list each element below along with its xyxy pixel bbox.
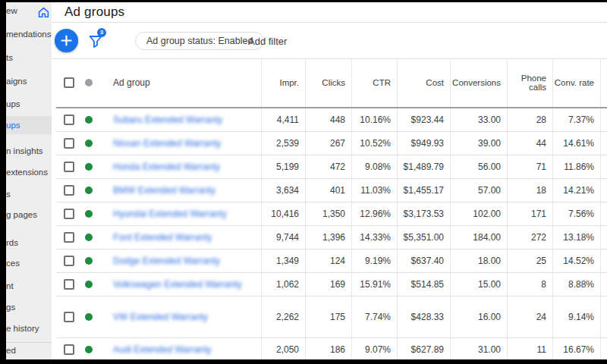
sidebar-item[interactable]: n insights — [6, 145, 43, 157]
status-enabled-icon — [85, 346, 93, 353]
column-header-clicks[interactable]: Clicks — [305, 78, 351, 87]
ad-group-name-link[interactable]: Audi Extended Warranty — [113, 344, 212, 355]
ad-group-name-link[interactable]: Dodge Extended Warranty — [113, 256, 220, 266]
cell-ctr: 14.33% — [351, 232, 397, 243]
cell-conv-rate: 11.86% — [552, 162, 600, 172]
sidebar-item[interactable]: ces — [6, 257, 20, 269]
row-checkbox[interactable] — [64, 256, 74, 266]
cell-ctr: 10.52% — [351, 138, 397, 149]
ad-group-name-link[interactable]: VW Extended Warranty — [113, 312, 208, 322]
cell-clicks: 175 — [305, 312, 351, 322]
filter-count-badge: 3 — [97, 28, 106, 37]
cell-ctr: 12.96% — [351, 209, 397, 219]
sidebar-item[interactable]: aigns — [6, 75, 27, 87]
table-row[interactable]: Audi Extended Warranty2,0501869.07%$627.… — [56, 338, 607, 359]
cell-cost: $637.40 — [397, 256, 450, 266]
column-header-ctr[interactable]: CTR — [351, 78, 397, 87]
sidebar-item[interactable]: ups — [6, 119, 20, 131]
row-checkbox[interactable] — [64, 138, 74, 149]
column-header-conversions[interactable]: Conversions — [450, 78, 507, 87]
cell-phone-calls: 11 — [507, 344, 552, 355]
cell-ctr: 9.19% — [351, 256, 397, 266]
column-header-ad-group[interactable]: Ad group — [113, 77, 150, 88]
column-header-phone-calls[interactable]: Phone calls — [507, 74, 552, 92]
sidebar-item[interactable]: ew — [6, 5, 17, 17]
status-enabled-icon — [85, 257, 93, 265]
home-icon[interactable] — [38, 7, 49, 21]
row-checkbox[interactable] — [64, 232, 74, 243]
sidebar-item[interactable]: ts — [6, 52, 13, 64]
cell-clicks: 448 — [305, 115, 351, 125]
row-checkbox[interactable] — [64, 312, 74, 322]
app-window: ewmendationstsaignsupsupsn insightsexten… — [6, 2, 607, 359]
cell-conversions: 31.00 — [450, 344, 507, 355]
row-checkbox[interactable] — [64, 209, 74, 219]
ad-group-name-link[interactable]: Volkswagen Extended Warranty — [113, 279, 242, 290]
cell-conversions: 56.00 — [450, 162, 507, 172]
column-header-impr[interactable]: Impr. — [261, 78, 305, 87]
sidebar-item[interactable]: e history — [6, 322, 39, 334]
ad-group-name-link[interactable]: BMW Extended Warranty — [113, 185, 215, 196]
cell-impr: 3,634 — [261, 185, 305, 196]
row-checkbox[interactable] — [64, 344, 74, 355]
cell-conversions: 57.00 — [450, 185, 507, 196]
sidebar-item[interactable]: s — [6, 188, 11, 200]
add-filter-button[interactable]: Add filter — [248, 36, 287, 47]
cell-conv-rate: 9.14% — [552, 312, 600, 322]
status-column-icon — [85, 79, 93, 86]
cell-clicks: 124 — [305, 256, 351, 266]
title-divider — [52, 22, 607, 23]
cell-phone-calls: 18 — [507, 185, 552, 196]
cell-impr: 4,411 — [261, 115, 305, 125]
table-row[interactable]: Ford Extended Warranty9,7441,39614.33%$5… — [56, 226, 607, 249]
row-checkbox[interactable] — [64, 162, 74, 172]
table-row[interactable]: Nissan Extended Warranty2,53926710.52%$9… — [56, 132, 607, 155]
cell-impr: 5,199 — [261, 162, 305, 172]
column-header-conv-rate[interactable]: Conv. rate — [552, 78, 600, 87]
sidebar-item[interactable]: ed — [6, 344, 16, 356]
cell-conversions: 16.00 — [450, 312, 507, 322]
sidebar-item[interactable]: g pages — [6, 209, 37, 221]
cell-conv-rate: 13.18% — [552, 232, 600, 243]
status-enabled-icon — [85, 210, 93, 218]
sidebar-item[interactable]: mendations — [6, 28, 51, 40]
cell-phone-calls: 28 — [507, 115, 552, 125]
cell-conv-rate: 8.88% — [552, 279, 600, 290]
ad-group-name-link[interactable]: Subaru Extended Warranty — [113, 115, 222, 125]
sidebar-item[interactable]: rds — [6, 237, 18, 249]
cell-impr: 1,062 — [261, 279, 305, 290]
cell-impr: 9,744 — [261, 232, 305, 243]
table-row[interactable]: Volkswagen Extended Warranty1,06216915.9… — [56, 273, 607, 297]
table-row[interactable]: BMW Extended Warranty3,63440111.03%$1,45… — [56, 179, 607, 202]
cell-phone-calls: 24 — [507, 312, 552, 322]
row-checkbox[interactable] — [64, 115, 74, 125]
cell-impr: 2,050 — [261, 344, 305, 355]
table-row[interactable]: VW Extended Warranty2,2621757.74%$428.33… — [56, 297, 607, 338]
plus-icon — [61, 35, 72, 46]
sidebar-item[interactable]: extensions — [6, 166, 48, 178]
filter-button[interactable]: 3 — [88, 33, 108, 53]
cell-cost: $514.85 — [397, 279, 450, 290]
select-all-checkbox[interactable] — [64, 77, 74, 88]
add-ad-group-button[interactable] — [55, 29, 78, 52]
table-row[interactable]: Hyundai Extended Warranty10,4161,35012.9… — [56, 202, 607, 226]
ad-group-name-link[interactable]: Hyundai Extended Warranty — [113, 209, 227, 219]
sidebar-item[interactable]: ups — [6, 98, 20, 110]
sidebar-item[interactable]: nt — [6, 280, 14, 292]
table-row[interactable]: Dodge Extended Warranty1,3491249.19%$637… — [56, 249, 607, 273]
filter-chip-ad-group-status[interactable]: Ad group status: Enabled — [135, 32, 264, 50]
column-header-cost[interactable]: Cost — [397, 78, 450, 87]
row-checkbox[interactable] — [64, 279, 74, 290]
cell-impr: 1,349 — [261, 256, 305, 266]
table-row[interactable]: Subaru Extended Warranty4,41144810.16%$9… — [56, 108, 607, 132]
sidebar-item[interactable]: gs — [6, 301, 15, 313]
ad-group-name-link[interactable]: Ford Extended Warranty — [113, 232, 212, 243]
table-row[interactable]: Honda Extended Warranty5,1994729.08%$1,4… — [56, 155, 607, 179]
ad-group-name-link[interactable]: Honda Extended Warranty — [113, 162, 220, 172]
cell-clicks: 186 — [305, 344, 351, 355]
row-checkbox[interactable] — [64, 185, 74, 196]
ad-group-name-link[interactable]: Nissan Extended Warranty — [113, 138, 221, 149]
cell-conv-rate: 14.61% — [552, 138, 600, 149]
cell-conversions: 102.00 — [450, 209, 507, 219]
cell-clicks: 401 — [305, 185, 351, 196]
